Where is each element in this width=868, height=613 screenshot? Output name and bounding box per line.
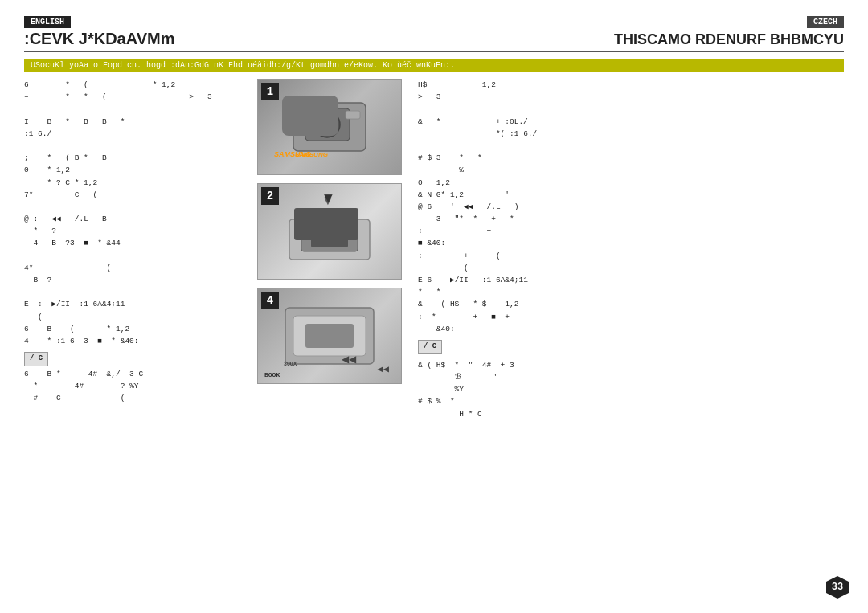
page-number: 33 bbox=[826, 576, 849, 599]
step-4-svg: 300X ◀◀ bbox=[277, 300, 382, 372]
left-column: 6 * ( * 1,2 – * * ( > 3 I B * B B * :1 6… bbox=[24, 79, 249, 420]
svg-point-3 bbox=[319, 116, 335, 133]
svg-rect-12 bbox=[305, 324, 354, 348]
left-button-area: / C bbox=[24, 350, 241, 368]
header: ENGLISH CZECH :CEVK J*KDaAVMm THISCAMO R… bbox=[24, 16, 844, 52]
highlight-bar: USocuKl yoAa o Fopd cn. hogd :dAn:GdG nK… bbox=[24, 59, 844, 72]
step-4-block: 4 300X ◀◀ bbox=[257, 288, 402, 384]
step-1-image: 1 SAMSUNG bbox=[257, 79, 402, 175]
step-1-svg: SAMSUNG bbox=[277, 91, 382, 163]
svg-rect-4 bbox=[346, 111, 360, 119]
svg-rect-8 bbox=[311, 231, 348, 247]
svg-text:300X: 300X bbox=[284, 361, 297, 366]
title-czech: THISCAMO RDENURF BHBMCYU bbox=[207, 31, 844, 48]
main-content: 6 * ( * 1,2 – * * ( > 3 I B * B B * :1 6… bbox=[24, 79, 844, 420]
center-column: 1 SAMSUNG 2 bbox=[249, 79, 410, 420]
left-text-2: 6 B * 4# &,/ 3 C * 4# ? %Y # C ( bbox=[24, 368, 241, 405]
czech-label: CZECH bbox=[807, 16, 844, 28]
svg-text:◀◀: ◀◀ bbox=[342, 353, 357, 365]
svg-text:▼: ▼ bbox=[321, 195, 334, 207]
step-4-image: 4 300X ◀◀ bbox=[257, 288, 402, 384]
step-2-number: 2 bbox=[261, 187, 279, 205]
step-2-svg: ▼ bbox=[277, 195, 382, 268]
right-c-button[interactable]: / C bbox=[418, 340, 442, 354]
right-button-area: / C bbox=[418, 338, 844, 356]
step-2-image: 2 ▼ bbox=[257, 183, 402, 280]
left-c-button[interactable]: / C bbox=[24, 352, 48, 366]
svg-rect-6 bbox=[289, 219, 370, 260]
step-4-number: 4 bbox=[261, 292, 279, 309]
right-column: H$ 1,2 > 3 & * + :0L./ *( :1 6./ # $ 3 *… bbox=[410, 79, 844, 420]
title-english: :CEVK J*KDaAVMm bbox=[24, 30, 174, 48]
title-row: :CEVK J*KDaAVMm THISCAMO RDENURF BHBMCYU bbox=[24, 30, 844, 52]
svg-point-2 bbox=[314, 112, 340, 137]
english-label: ENGLISH bbox=[24, 16, 71, 28]
svg-rect-7 bbox=[301, 227, 358, 251]
right-text-2: & ( H$ * " 4# + 3 ℬ ' %Y # $ % * H * C bbox=[418, 359, 844, 420]
left-text: 6 * ( * 1,2 – * * ( > 3 I B * B B * :1 6… bbox=[24, 79, 241, 347]
step-1-block: 1 SAMSUNG bbox=[257, 79, 402, 175]
right-text: H$ 1,2 > 3 & * + :0L./ *( :1 6./ # $ 3 *… bbox=[418, 79, 844, 335]
svg-text:SAMSUNG: SAMSUNG bbox=[295, 151, 328, 158]
step-1-number: 1 bbox=[261, 83, 279, 100]
page: ENGLISH CZECH :CEVK J*KDaAVMm THISCAMO R… bbox=[0, 0, 868, 613]
step-2-block: 2 ▼ bbox=[257, 183, 402, 280]
svg-rect-0 bbox=[293, 103, 366, 151]
